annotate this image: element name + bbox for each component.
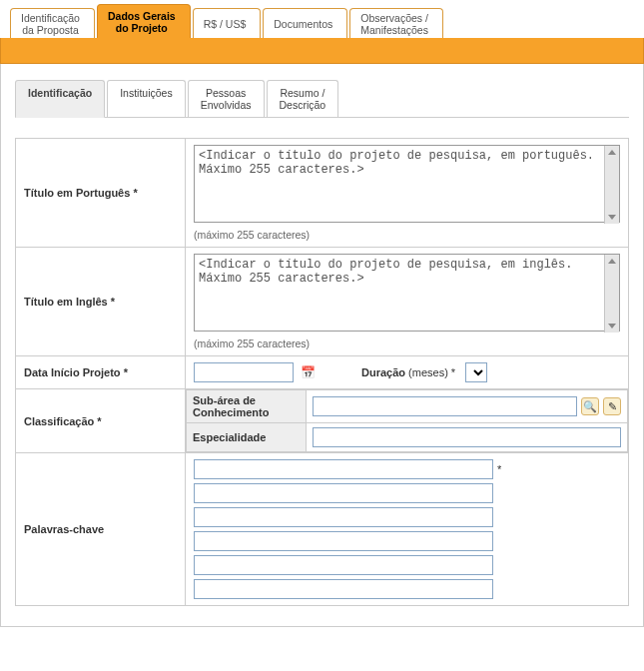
main-panel: Identificação Instituições Pessoas Envol…: [0, 64, 644, 627]
especialidade-input[interactable]: [313, 427, 621, 447]
keyword-input-1[interactable]: [194, 459, 493, 479]
scrollbar[interactable]: [604, 255, 619, 333]
scrollbar[interactable]: [604, 146, 619, 224]
label-duracao: Duração (meses) *: [361, 366, 455, 378]
label-classificacao: Classificação *: [16, 389, 186, 453]
classificacao-table: Sub-área de Conhecimento 🔍 ✎: [186, 389, 628, 452]
subtab-instituicoes[interactable]: Instituições: [107, 80, 186, 117]
subtab-identificacao[interactable]: Identificação: [15, 80, 105, 118]
subarea-input[interactable]: [313, 396, 577, 416]
tab-documentos[interactable]: Documentos: [263, 8, 347, 38]
keyword-input-2[interactable]: [194, 483, 493, 503]
required-marker: *: [497, 463, 501, 475]
form-table: Título em Português * <Indicar o título …: [15, 138, 629, 606]
tab-dados-gerais[interactable]: Dados Gerais do Projeto: [97, 4, 191, 38]
keywords-list: *: [194, 459, 620, 599]
tab-identificacao-proposta[interactable]: Identificação da Proposta: [10, 8, 95, 38]
keyword-input-6[interactable]: [194, 579, 493, 599]
label-especialidade: Especialidade: [187, 423, 307, 452]
label-titulo-en: Título em Inglês *: [16, 248, 186, 356]
tab-moeda[interactable]: R$ / US$: [193, 8, 262, 38]
label-data-inicio: Data Início Projeto *: [16, 356, 186, 389]
sub-tabs: Identificação Instituições Pessoas Envol…: [15, 80, 629, 118]
subarea-field: 🔍 ✎: [313, 396, 621, 416]
date-row: 📅 Duração (meses) *: [194, 362, 620, 382]
keyword-input-5[interactable]: [194, 555, 493, 575]
hint-max255-pt: (máximo 255 caracteres): [194, 229, 620, 241]
orange-banner: [0, 38, 644, 64]
calendar-icon[interactable]: 📅: [300, 364, 316, 380]
top-tabs: Identificação da Proposta Dados Gerais d…: [0, 0, 644, 38]
duracao-select[interactable]: [465, 362, 487, 382]
titulo-pt-wrap: <Indicar o título do projeto de pesquisa…: [194, 145, 620, 225]
hint-max255-en: (máximo 255 caracteres): [194, 337, 620, 349]
edit-icon[interactable]: ✎: [603, 397, 621, 415]
label-titulo-pt: Título em Português *: [16, 139, 186, 248]
data-inicio-input[interactable]: [194, 362, 294, 382]
titulo-en-wrap: <Indicar o título do projeto de pesquisa…: [194, 254, 620, 334]
keyword-input-3[interactable]: [194, 507, 493, 527]
keyword-input-4[interactable]: [194, 531, 493, 551]
tab-observacoes[interactable]: Observações / Manifestações: [349, 8, 443, 38]
label-subarea: Sub-área de Conhecimento: [187, 390, 307, 423]
label-palavras-chave: Palavras-chave: [16, 453, 186, 606]
titulo-pt-input[interactable]: <Indicar o título do projeto de pesquisa…: [194, 145, 620, 223]
search-icon[interactable]: 🔍: [581, 397, 599, 415]
page-root: Identificação da Proposta Dados Gerais d…: [0, 0, 644, 627]
titulo-en-input[interactable]: <Indicar o título do projeto de pesquisa…: [194, 254, 620, 332]
subtab-pessoas[interactable]: Pessoas Envolvidas: [188, 80, 265, 117]
especialidade-field: [313, 427, 621, 447]
subtab-resumo[interactable]: Resumo / Descrição: [267, 80, 339, 117]
